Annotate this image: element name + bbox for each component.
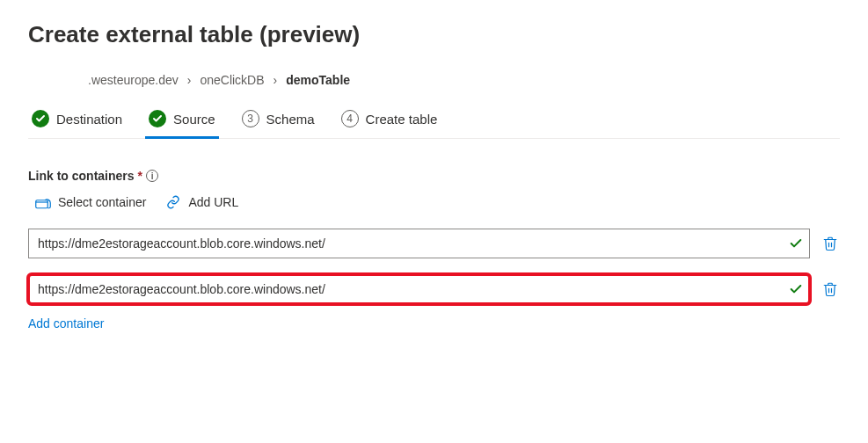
- select-container-button[interactable]: Select container: [35, 195, 146, 209]
- step-source[interactable]: Source: [145, 108, 219, 139]
- chevron-right-icon: ›: [187, 73, 192, 87]
- step-number-icon: 3: [242, 110, 259, 127]
- info-icon[interactable]: i: [146, 170, 158, 182]
- link-icon: [165, 195, 181, 209]
- step-schema[interactable]: 3 Schema: [238, 108, 318, 139]
- url-row: [28, 274, 840, 304]
- check-icon: [32, 110, 49, 127]
- svg-rect-0: [36, 200, 48, 208]
- step-label: Destination: [56, 112, 122, 127]
- step-number-icon: 4: [341, 110, 359, 127]
- section-label-text: Link to containers: [28, 169, 135, 183]
- step-label: Source: [173, 112, 215, 127]
- section-label: Link to containers * i: [28, 169, 840, 183]
- delete-url-button[interactable]: [821, 280, 840, 299]
- breadcrumb: .westeurope.dev › oneClickDB › demoTable: [88, 73, 840, 87]
- url-input[interactable]: [28, 274, 810, 304]
- url-input-wrap: [28, 229, 810, 258]
- breadcrumb-item[interactable]: oneClickDB: [200, 73, 264, 87]
- valid-check-icon: [789, 236, 803, 251]
- delete-url-button[interactable]: [821, 234, 840, 253]
- container-toolbar: Select container Add URL: [35, 195, 840, 209]
- url-row: [28, 229, 840, 258]
- step-create-table[interactable]: 4 Create table: [338, 108, 441, 139]
- breadcrumb-item[interactable]: .westeurope.dev: [88, 73, 179, 87]
- select-container-label: Select container: [58, 195, 146, 209]
- wizard-steps: Destination Source 3 Schema 4 Create tab…: [28, 108, 840, 139]
- required-marker: *: [138, 169, 142, 183]
- storage-icon: [35, 195, 51, 209]
- add-container-link[interactable]: Add container: [28, 316, 104, 330]
- chevron-right-icon: ›: [274, 73, 278, 87]
- step-label: Schema: [266, 112, 315, 127]
- url-input[interactable]: [28, 229, 810, 258]
- valid-check-icon: [789, 282, 803, 296]
- add-url-label: Add URL: [188, 195, 238, 209]
- check-icon: [149, 110, 166, 127]
- breadcrumb-item-active: demoTable: [286, 73, 350, 87]
- add-url-button[interactable]: Add URL: [165, 195, 238, 209]
- url-rows: [28, 229, 840, 304]
- step-destination[interactable]: Destination: [28, 108, 126, 139]
- url-input-wrap: [28, 274, 810, 304]
- page-title: Create external table (preview): [28, 21, 840, 48]
- step-label: Create table: [366, 112, 438, 127]
